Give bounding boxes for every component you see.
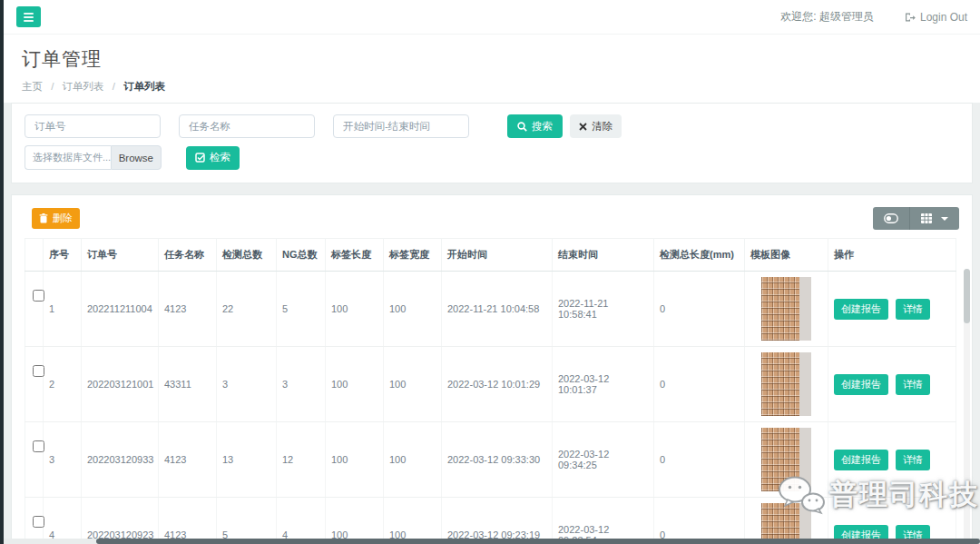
cell-template-image bbox=[745, 347, 828, 422]
logout-link[interactable]: Login Out bbox=[905, 11, 967, 24]
create-report-button[interactable]: 创建报告 bbox=[834, 374, 888, 395]
cell-template-image bbox=[745, 272, 828, 347]
trash-icon bbox=[39, 213, 48, 223]
logout-label: Login Out bbox=[920, 11, 967, 24]
cell-total-length: 0 bbox=[654, 347, 745, 422]
order-table: 序号 订单号 任务名称 检测总数 NG总数 标签长度 标签宽度 开始时间 结束时… bbox=[24, 238, 956, 544]
breadcrumb-separator: / bbox=[51, 81, 54, 92]
row-checkbox-cell bbox=[25, 498, 44, 544]
row-checkbox[interactable] bbox=[33, 440, 44, 452]
cell-label-width: 100 bbox=[384, 272, 442, 347]
database-file-input: 选择数据库文件... Browse bbox=[24, 145, 162, 170]
top-navbar: 欢迎您: 超级管理员 Login Out bbox=[4, 0, 980, 35]
cell-total-length: 0 bbox=[654, 272, 745, 347]
cell-end-time: 2022-03-12 10:01:37 bbox=[553, 347, 654, 422]
cell-label-width: 100 bbox=[384, 498, 442, 544]
caret-down-icon bbox=[941, 217, 948, 221]
cell-actions: 创建报告 详情 bbox=[828, 422, 956, 498]
header-start-time: 开始时间 bbox=[442, 239, 553, 272]
magnifier-icon bbox=[517, 122, 527, 132]
cell-start-time: 2022-11-21 10:04:58 bbox=[442, 272, 553, 347]
order-table-panel: 删除 bbox=[11, 194, 973, 544]
cell-actions: 创建报告 详情 bbox=[828, 272, 956, 347]
columns-dropdown-button[interactable] bbox=[910, 207, 959, 230]
details-button[interactable]: 详情 bbox=[896, 374, 930, 395]
breadcrumb-home[interactable]: 主页 bbox=[22, 81, 43, 92]
cell-end-time: 2022-11-21 10:58:41 bbox=[553, 272, 654, 347]
vertical-scrollbar bbox=[964, 269, 970, 541]
sign-out-icon bbox=[905, 12, 916, 23]
row-checkbox-cell bbox=[25, 422, 44, 498]
hamburger-icon bbox=[24, 11, 34, 24]
cell-task-name: 4123 bbox=[159, 498, 217, 544]
header-total-count: 检测总数 bbox=[217, 239, 277, 272]
cell-order-no: 202203120923 bbox=[82, 498, 159, 544]
header-label-width: 标签宽度 bbox=[384, 239, 442, 272]
details-button[interactable]: 详情 bbox=[896, 299, 930, 320]
cell-task-name: 43311 bbox=[159, 347, 217, 422]
clear-button-label: 清除 bbox=[592, 120, 612, 134]
header-task-name: 任务名称 bbox=[159, 239, 217, 272]
check-square-icon bbox=[195, 153, 205, 163]
header-total-length: 检测总长度(mm) bbox=[654, 239, 745, 272]
cell-start-time: 2022-03-12 10:01:29 bbox=[442, 347, 553, 422]
cell-ng-count: 4 bbox=[277, 498, 326, 544]
cell-order-no: 202211211004 bbox=[82, 272, 159, 347]
table-header: 序号 订单号 任务名称 检测总数 NG总数 标签长度 标签宽度 开始时间 结束时… bbox=[25, 239, 956, 272]
task-name-input[interactable] bbox=[179, 114, 315, 138]
retrieve-button[interactable]: 检索 bbox=[186, 146, 240, 170]
filter-row-1: 搜索 清除 bbox=[24, 114, 959, 138]
cell-order-no: 202203121001 bbox=[82, 347, 159, 422]
cell-template-image bbox=[745, 422, 828, 498]
clear-button[interactable]: 清除 bbox=[570, 114, 622, 138]
cell-total-length: 0 bbox=[654, 422, 745, 498]
toggle-view-button[interactable] bbox=[873, 207, 910, 230]
cell-ng-count: 3 bbox=[277, 347, 326, 422]
cell-order-no: 202203120933 bbox=[82, 422, 159, 498]
vertical-scrollbar-thumb[interactable] bbox=[964, 269, 970, 323]
header-label-length: 标签长度 bbox=[326, 239, 384, 272]
welcome-text: 欢迎您: 超级管理员 bbox=[780, 9, 874, 25]
horizontal-scrollbar-thumb[interactable] bbox=[96, 539, 980, 544]
table-row: 3 202203120933 4123 13 12 100 100 2022-0… bbox=[25, 422, 956, 498]
header-seq: 序号 bbox=[44, 239, 82, 272]
details-button[interactable]: 详情 bbox=[896, 450, 930, 470]
create-report-button[interactable]: 创建报告 bbox=[834, 450, 888, 470]
file-input-text[interactable]: 选择数据库文件... bbox=[24, 145, 111, 170]
toggle-icon bbox=[884, 213, 898, 223]
breadcrumb-current: 订单列表 bbox=[123, 81, 165, 92]
search-button-label: 搜索 bbox=[532, 120, 553, 134]
cell-seq: 3 bbox=[44, 422, 82, 498]
cell-total-count: 22 bbox=[217, 272, 277, 347]
filter-panel: 搜索 清除 选择数据库文件... Browse 检索 bbox=[11, 103, 973, 183]
cell-total-count: 13 bbox=[217, 422, 277, 498]
menu-toggle-button[interactable] bbox=[16, 6, 41, 27]
create-report-button[interactable]: 创建报告 bbox=[834, 299, 888, 320]
cell-end-time: 2022-03-12 09:23:54 bbox=[553, 498, 654, 544]
app-container: 欢迎您: 超级管理员 Login Out 订单管理 主页 / 订单列表 / 订单… bbox=[4, 0, 980, 544]
header-checkbox-column bbox=[25, 239, 44, 272]
row-checkbox[interactable] bbox=[33, 365, 44, 377]
search-button[interactable]: 搜索 bbox=[507, 114, 563, 138]
cell-task-name: 4123 bbox=[159, 422, 217, 498]
delete-button[interactable]: 删除 bbox=[32, 208, 80, 229]
cell-end-time: 2022-03-12 09:34:25 bbox=[553, 422, 654, 498]
cell-total-count: 5 bbox=[217, 498, 277, 544]
navbar-right: 欢迎您: 超级管理员 Login Out bbox=[780, 9, 967, 25]
order-no-input[interactable] bbox=[24, 114, 161, 138]
cell-label-width: 100 bbox=[384, 422, 442, 498]
cell-template-image bbox=[745, 498, 828, 544]
table-toolbar: 删除 bbox=[24, 195, 959, 238]
time-range-input[interactable] bbox=[333, 114, 469, 138]
table-row: 1 202211211004 4123 22 5 100 100 2022-11… bbox=[25, 272, 956, 347]
row-checkbox[interactable] bbox=[33, 290, 44, 302]
cell-seq: 1 bbox=[44, 272, 82, 347]
header-template-image: 模板图像 bbox=[745, 239, 828, 272]
row-checkbox-cell bbox=[25, 347, 44, 422]
browse-button[interactable]: Browse bbox=[111, 145, 162, 170]
cell-seq: 4 bbox=[44, 498, 82, 544]
row-checkbox[interactable] bbox=[33, 516, 44, 528]
breadcrumb: 主页 / 订单列表 / 订单列表 bbox=[22, 80, 962, 94]
breadcrumb-order-list[interactable]: 订单列表 bbox=[63, 81, 104, 92]
delete-button-label: 删除 bbox=[53, 212, 73, 225]
